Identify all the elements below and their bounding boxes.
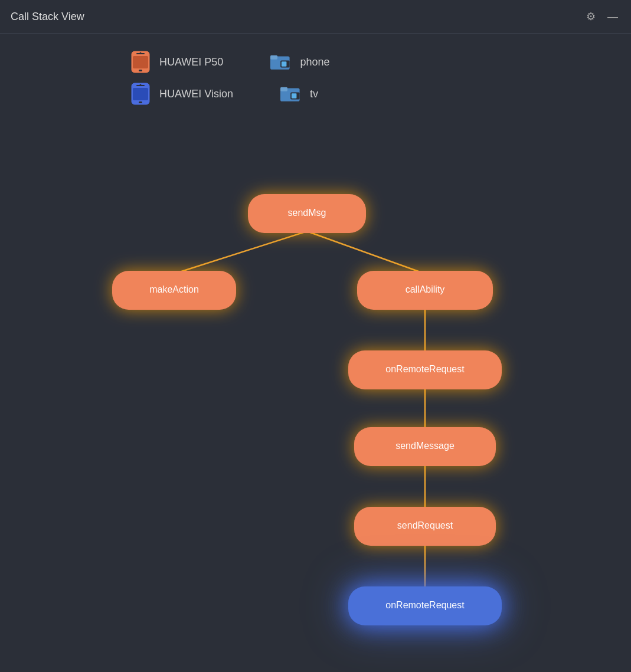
node-makeaction-label: makeAction: [149, 284, 199, 294]
node-onremoterequest2-label: onRemoteRequest: [385, 600, 465, 610]
node-sendrequest-label: sendRequest: [397, 520, 453, 530]
page-title: Call Stack View: [11, 11, 84, 23]
title-bar: Call Stack View ⚙ —: [0, 0, 631, 34]
minimize-button[interactable]: —: [605, 8, 620, 25]
node-sendmsg-label: sendMsg: [288, 208, 326, 218]
node-onremoterequest1-label: onRemoteRequest: [385, 364, 465, 374]
main-content: HUAWEI P50 phone: [0, 34, 631, 672]
edge-sendmsg-makeaction: [174, 231, 307, 274]
edge-sendmsg-callability: [307, 231, 425, 274]
node-callability-label: callAbility: [406, 284, 445, 294]
call-graph: sendMsg makeAction callAbility onRemoteR…: [0, 34, 631, 672]
title-actions: ⚙ —: [584, 8, 620, 25]
node-sendmessage-label: sendMessage: [395, 441, 455, 451]
settings-button[interactable]: ⚙: [584, 8, 598, 25]
